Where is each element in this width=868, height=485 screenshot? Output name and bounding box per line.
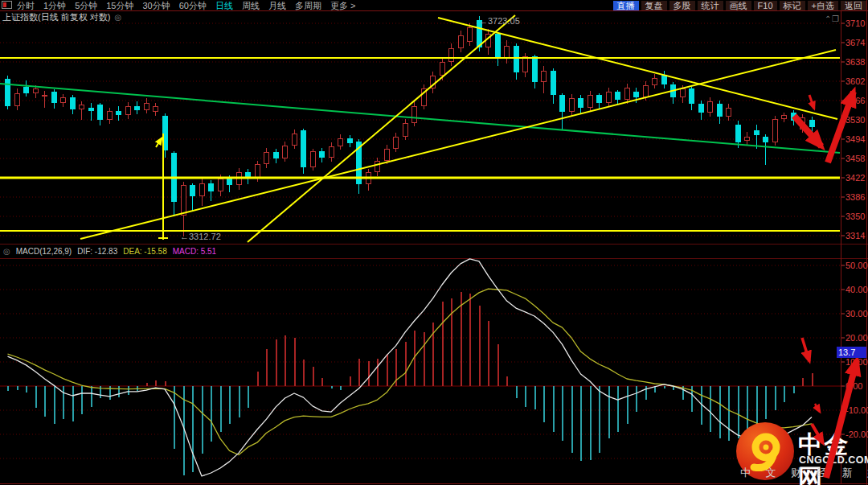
- descending-green-channel: [0, 84, 840, 153]
- small-down-arrow-price: [809, 95, 814, 109]
- steep-uptrend-line: [248, 15, 515, 242]
- big-up-arrow-macd: [826, 360, 857, 478]
- trendlines-and-arrows-layer: [0, 0, 868, 485]
- chart-application-window: 分时1分钟5分钟15分钟30分钟60分钟日线周线月线多周期更多 > 直播复盘多股…: [0, 0, 868, 485]
- down-arrow-macd-lines: [812, 424, 823, 443]
- low-price-annotation: ←3312.72: [180, 232, 221, 241]
- crash-up-arrow: [156, 138, 162, 147]
- high-price-annotation: ←3723.05: [479, 17, 520, 26]
- big-down-arrow-price: [794, 116, 821, 146]
- down-arrow-macd-hist: [802, 338, 809, 361]
- macd-current-value-badge: 13.7: [837, 347, 866, 358]
- long-uptrend-line: [80, 50, 836, 239]
- small-down-arrow-macd: [815, 404, 820, 412]
- downtrend-from-peak: [438, 18, 837, 119]
- big-up-arrow-price: [828, 92, 854, 162]
